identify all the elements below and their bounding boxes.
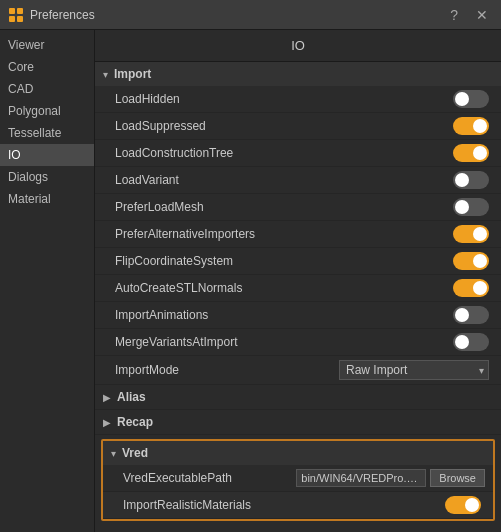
setting-row-importAnimations: ImportAnimations xyxy=(95,302,501,329)
import-mode-row: ImportMode Raw Import Standard Import Fu… xyxy=(95,356,501,385)
sidebar-item-core[interactable]: Core xyxy=(0,56,94,78)
import-mode-select[interactable]: Raw Import Standard Import Full Import xyxy=(339,360,489,380)
alias-chevron: ▶ xyxy=(103,392,111,403)
recap-chevron: ▶ xyxy=(103,417,111,428)
import-mode-label: ImportMode xyxy=(115,363,179,377)
importAnimations-label: ImportAnimations xyxy=(115,308,208,322)
vred-section-header[interactable]: ▾ Vred xyxy=(103,441,493,465)
loadVariant-toggle[interactable] xyxy=(453,171,489,189)
flipCoordinateSystem-toggle[interactable] xyxy=(453,252,489,270)
svg-rect-3 xyxy=(17,16,23,22)
main-layout: ViewerCoreCADPolygonalTessellateIODialog… xyxy=(0,30,501,532)
alias-section-title: Alias xyxy=(117,390,146,404)
svg-rect-2 xyxy=(9,16,15,22)
setting-row-loadVariant: LoadVariant xyxy=(95,167,501,194)
loadSuppressed-label: LoadSuppressed xyxy=(115,119,206,133)
title-bar-left: Preferences xyxy=(8,7,95,23)
recap-section-header[interactable]: ▶ Recap xyxy=(95,410,501,435)
sidebar: ViewerCoreCADPolygonalTessellateIODialog… xyxy=(0,30,95,532)
app-icon xyxy=(8,7,24,23)
setting-row-flipCoordinateSystem: FlipCoordinateSystem xyxy=(95,248,501,275)
help-button[interactable]: ? xyxy=(445,5,463,25)
svg-rect-0 xyxy=(9,8,15,14)
content-header: IO xyxy=(95,30,501,62)
sidebar-item-tessellate[interactable]: Tessellate xyxy=(0,122,94,144)
import-section-header[interactable]: ▾ Import xyxy=(95,62,501,86)
loadSuppressed-toggle[interactable] xyxy=(453,117,489,135)
pmi-section-header[interactable]: ▶ PMI xyxy=(95,525,501,532)
import-realistic-materials-row: ImportRealisticMaterials xyxy=(103,492,493,519)
loadVariant-label: LoadVariant xyxy=(115,173,179,187)
title-bar-buttons: ? ✕ xyxy=(445,5,493,25)
import-settings: LoadHiddenLoadSuppressedLoadConstruction… xyxy=(95,86,501,356)
path-controls: Browse xyxy=(296,469,485,487)
setting-row-preferAlternativeImporters: PreferAlternativeImporters xyxy=(95,221,501,248)
import-mode-select-wrapper: Raw Import Standard Import Full Import ▾ xyxy=(339,360,489,380)
flipCoordinateSystem-label: FlipCoordinateSystem xyxy=(115,254,233,268)
vred-chevron: ▾ xyxy=(111,448,116,459)
sidebar-item-viewer[interactable]: Viewer xyxy=(0,34,94,56)
vred-section-title: Vred xyxy=(122,446,148,460)
preferAlternativeImporters-label: PreferAlternativeImporters xyxy=(115,227,255,241)
setting-row-loadSuppressed: LoadSuppressed xyxy=(95,113,501,140)
vred-executable-path-label: VredExecutablePath xyxy=(123,471,232,485)
preferAlternativeImporters-toggle[interactable] xyxy=(453,225,489,243)
vred-section: ▾ Vred VredExecutablePath Browse ImportR… xyxy=(101,439,495,521)
sidebar-item-material[interactable]: Material xyxy=(0,188,94,210)
mergeVariantsAtImport-label: MergeVariantsAtImport xyxy=(115,335,238,349)
svg-rect-1 xyxy=(17,8,23,14)
loadHidden-toggle[interactable] xyxy=(453,90,489,108)
autoCreateSTLNormals-label: AutoCreateSTLNormals xyxy=(115,281,242,295)
close-button[interactable]: ✕ xyxy=(471,5,493,25)
vred-executable-path-input[interactable] xyxy=(296,469,426,487)
setting-row-loadConstructionTree: LoadConstructionTree xyxy=(95,140,501,167)
content-area: IO ▾ Import LoadHiddenLoadSuppressedLoad… xyxy=(95,30,501,532)
importAnimations-toggle[interactable] xyxy=(453,306,489,324)
alias-section-header[interactable]: ▶ Alias xyxy=(95,385,501,410)
setting-row-loadHidden: LoadHidden xyxy=(95,86,501,113)
sidebar-item-dialogs[interactable]: Dialogs xyxy=(0,166,94,188)
import-chevron: ▾ xyxy=(103,69,108,80)
mergeVariantsAtImport-toggle[interactable] xyxy=(453,333,489,351)
setting-row-preferLoadMesh: PreferLoadMesh xyxy=(95,194,501,221)
loadConstructionTree-toggle[interactable] xyxy=(453,144,489,162)
preferLoadMesh-label: PreferLoadMesh xyxy=(115,200,204,214)
preferLoadMesh-toggle[interactable] xyxy=(453,198,489,216)
title-bar: Preferences ? ✕ xyxy=(0,0,501,30)
setting-row-mergeVariantsAtImport: MergeVariantsAtImport xyxy=(95,329,501,356)
sidebar-item-polygonal[interactable]: Polygonal xyxy=(0,100,94,122)
sidebar-item-io[interactable]: IO xyxy=(0,144,94,166)
import-realistic-materials-toggle[interactable] xyxy=(445,496,481,514)
browse-button[interactable]: Browse xyxy=(430,469,485,487)
import-realistic-materials-label: ImportRealisticMaterials xyxy=(123,498,251,512)
recap-section-title: Recap xyxy=(117,415,153,429)
import-section-title: Import xyxy=(114,67,151,81)
autoCreateSTLNormals-toggle[interactable] xyxy=(453,279,489,297)
setting-row-autoCreateSTLNormals: AutoCreateSTLNormals xyxy=(95,275,501,302)
loadHidden-label: LoadHidden xyxy=(115,92,180,106)
vred-executable-path-row: VredExecutablePath Browse xyxy=(103,465,493,492)
loadConstructionTree-label: LoadConstructionTree xyxy=(115,146,233,160)
sidebar-item-cad[interactable]: CAD xyxy=(0,78,94,100)
window-title: Preferences xyxy=(30,8,95,22)
